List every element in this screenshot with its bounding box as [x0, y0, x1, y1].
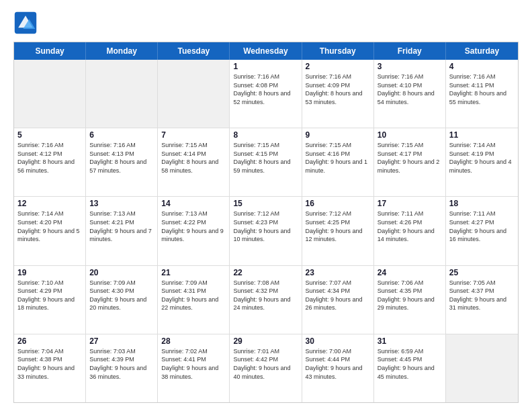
calendar-cell: 18Sunrise: 7:11 AM Sunset: 4:27 PM Dayli…: [446, 197, 518, 265]
header: [13, 11, 519, 35]
calendar-row: 26Sunrise: 7:04 AM Sunset: 4:38 PM Dayli…: [14, 334, 518, 402]
day-number: 29: [233, 336, 298, 346]
day-number: 7: [161, 130, 226, 140]
day-number: 17: [378, 199, 442, 208]
calendar-cell: 23Sunrise: 7:07 AM Sunset: 4:34 PM Dayli…: [302, 266, 374, 334]
calendar-cell: 7Sunrise: 7:15 AM Sunset: 4:14 PM Daylig…: [158, 128, 230, 196]
calendar-body: 1Sunrise: 7:16 AM Sunset: 4:08 PM Daylig…: [14, 60, 518, 402]
day-number: 13: [89, 199, 154, 208]
header-day: Sunday: [14, 42, 86, 60]
calendar-cell: 12Sunrise: 7:14 AM Sunset: 4:20 PM Dayli…: [14, 197, 86, 265]
cell-info: Sunrise: 7:15 AM Sunset: 4:16 PM Dayligh…: [306, 141, 370, 175]
day-number: 3: [378, 62, 442, 71]
cell-info: Sunrise: 7:09 AM Sunset: 4:31 PM Dayligh…: [161, 279, 226, 312]
cell-info: Sunrise: 7:10 AM Sunset: 4:29 PM Dayligh…: [17, 279, 82, 312]
cell-info: Sunrise: 7:07 AM Sunset: 4:34 PM Dayligh…: [306, 279, 370, 312]
day-number: 16: [306, 199, 370, 208]
day-number: 31: [378, 336, 442, 346]
calendar-cell: 25Sunrise: 7:05 AM Sunset: 4:37 PM Dayli…: [446, 266, 518, 334]
calendar-cell: 3Sunrise: 7:16 AM Sunset: 4:10 PM Daylig…: [374, 60, 446, 128]
calendar-row: 5Sunrise: 7:16 AM Sunset: 4:12 PM Daylig…: [14, 128, 518, 197]
cell-info: Sunrise: 7:13 AM Sunset: 4:21 PM Dayligh…: [89, 210, 154, 243]
calendar-cell: 14Sunrise: 7:13 AM Sunset: 4:22 PM Dayli…: [158, 197, 230, 265]
day-number: 25: [449, 268, 515, 277]
calendar-cell: 1Sunrise: 7:16 AM Sunset: 4:08 PM Daylig…: [230, 60, 302, 128]
calendar-cell: 24Sunrise: 7:06 AM Sunset: 4:35 PM Dayli…: [374, 266, 446, 334]
day-number: 22: [233, 268, 298, 277]
calendar-row: 12Sunrise: 7:14 AM Sunset: 4:20 PM Dayli…: [14, 197, 518, 265]
cell-info: Sunrise: 7:03 AM Sunset: 4:39 PM Dayligh…: [89, 347, 154, 381]
calendar-cell: 13Sunrise: 7:13 AM Sunset: 4:21 PM Dayli…: [86, 197, 158, 265]
calendar-cell: 16Sunrise: 7:12 AM Sunset: 4:25 PM Dayli…: [302, 197, 374, 265]
cell-info: Sunrise: 7:02 AM Sunset: 4:41 PM Dayligh…: [161, 347, 226, 381]
logo: [13, 11, 42, 35]
cell-info: Sunrise: 7:15 AM Sunset: 4:17 PM Dayligh…: [378, 141, 442, 175]
day-number: 12: [17, 199, 82, 208]
calendar-cell: 19Sunrise: 7:10 AM Sunset: 4:29 PM Dayli…: [14, 266, 86, 334]
day-number: 15: [233, 199, 298, 208]
calendar-header: SundayMondayTuesdayWednesdayThursdayFrid…: [14, 42, 518, 60]
day-number: 14: [161, 199, 226, 208]
header-day: Wednesday: [230, 42, 302, 60]
cell-info: Sunrise: 7:05 AM Sunset: 4:37 PM Dayligh…: [449, 279, 515, 312]
calendar-cell: 20Sunrise: 7:09 AM Sunset: 4:30 PM Dayli…: [86, 266, 158, 334]
calendar-cell: [158, 60, 230, 128]
calendar-cell: 29Sunrise: 7:01 AM Sunset: 4:42 PM Dayli…: [230, 334, 302, 402]
day-number: 11: [449, 130, 515, 140]
cell-info: Sunrise: 7:09 AM Sunset: 4:30 PM Dayligh…: [89, 279, 154, 312]
cell-info: Sunrise: 7:08 AM Sunset: 4:32 PM Dayligh…: [233, 279, 298, 312]
cell-info: Sunrise: 7:16 AM Sunset: 4:08 PM Dayligh…: [233, 73, 298, 106]
header-day: Thursday: [302, 42, 374, 60]
cell-info: Sunrise: 7:13 AM Sunset: 4:22 PM Dayligh…: [161, 210, 226, 243]
day-number: 30: [306, 336, 370, 346]
calendar-cell: 2Sunrise: 7:16 AM Sunset: 4:09 PM Daylig…: [302, 60, 374, 128]
cell-info: Sunrise: 7:16 AM Sunset: 4:13 PM Dayligh…: [89, 141, 154, 175]
cell-info: Sunrise: 7:11 AM Sunset: 4:26 PM Dayligh…: [378, 210, 442, 243]
day-number: 1: [233, 62, 298, 71]
day-number: 9: [306, 130, 370, 140]
cell-info: Sunrise: 7:15 AM Sunset: 4:15 PM Dayligh…: [233, 141, 298, 175]
cell-info: Sunrise: 7:12 AM Sunset: 4:25 PM Dayligh…: [306, 210, 370, 243]
day-number: 8: [233, 130, 298, 140]
calendar-cell: 27Sunrise: 7:03 AM Sunset: 4:39 PM Dayli…: [86, 334, 158, 402]
cell-info: Sunrise: 7:16 AM Sunset: 4:09 PM Dayligh…: [306, 73, 370, 106]
header-day: Saturday: [446, 42, 518, 60]
day-number: 2: [306, 62, 370, 71]
header-day: Monday: [86, 42, 158, 60]
cell-info: Sunrise: 7:14 AM Sunset: 4:20 PM Dayligh…: [17, 210, 82, 243]
day-number: 4: [449, 62, 515, 71]
cell-info: Sunrise: 7:00 AM Sunset: 4:44 PM Dayligh…: [306, 347, 370, 381]
page: SundayMondayTuesdayWednesdayThursdayFrid…: [0, 0, 532, 411]
cell-info: Sunrise: 7:16 AM Sunset: 4:11 PM Dayligh…: [449, 73, 515, 106]
calendar-cell: 22Sunrise: 7:08 AM Sunset: 4:32 PM Dayli…: [230, 266, 302, 334]
calendar-cell: 31Sunrise: 6:59 AM Sunset: 4:45 PM Dayli…: [374, 334, 446, 402]
cell-info: Sunrise: 7:06 AM Sunset: 4:35 PM Dayligh…: [378, 279, 442, 312]
calendar-cell: 11Sunrise: 7:14 AM Sunset: 4:19 PM Dayli…: [446, 128, 518, 196]
day-number: 6: [89, 130, 154, 140]
day-number: 21: [161, 268, 226, 277]
cell-info: Sunrise: 7:15 AM Sunset: 4:14 PM Dayligh…: [161, 141, 226, 175]
day-number: 20: [89, 268, 154, 277]
cell-info: Sunrise: 7:16 AM Sunset: 4:10 PM Dayligh…: [378, 73, 442, 106]
day-number: 26: [17, 336, 82, 346]
calendar-row: 1Sunrise: 7:16 AM Sunset: 4:08 PM Daylig…: [14, 60, 518, 128]
day-number: 23: [306, 268, 370, 277]
day-number: 19: [17, 268, 82, 277]
day-number: 24: [378, 268, 442, 277]
day-number: 10: [378, 130, 442, 140]
cell-info: Sunrise: 7:11 AM Sunset: 4:27 PM Dayligh…: [449, 210, 515, 243]
calendar-cell: 28Sunrise: 7:02 AM Sunset: 4:41 PM Dayli…: [158, 334, 230, 402]
calendar-cell: 21Sunrise: 7:09 AM Sunset: 4:31 PM Dayli…: [158, 266, 230, 334]
cell-info: Sunrise: 7:12 AM Sunset: 4:23 PM Dayligh…: [233, 210, 298, 243]
calendar-cell: 9Sunrise: 7:15 AM Sunset: 4:16 PM Daylig…: [302, 128, 374, 196]
calendar-cell: 5Sunrise: 7:16 AM Sunset: 4:12 PM Daylig…: [14, 128, 86, 196]
calendar-cell: [446, 334, 518, 402]
calendar-cell: 15Sunrise: 7:12 AM Sunset: 4:23 PM Dayli…: [230, 197, 302, 265]
header-day: Tuesday: [158, 42, 230, 60]
day-number: 5: [17, 130, 82, 140]
calendar-row: 19Sunrise: 7:10 AM Sunset: 4:29 PM Dayli…: [14, 266, 518, 334]
cell-info: Sunrise: 7:16 AM Sunset: 4:12 PM Dayligh…: [17, 141, 82, 175]
calendar-cell: 6Sunrise: 7:16 AM Sunset: 4:13 PM Daylig…: [86, 128, 158, 196]
calendar-cell: 4Sunrise: 7:16 AM Sunset: 4:11 PM Daylig…: [446, 60, 518, 128]
calendar: SundayMondayTuesdayWednesdayThursdayFrid…: [13, 42, 519, 403]
